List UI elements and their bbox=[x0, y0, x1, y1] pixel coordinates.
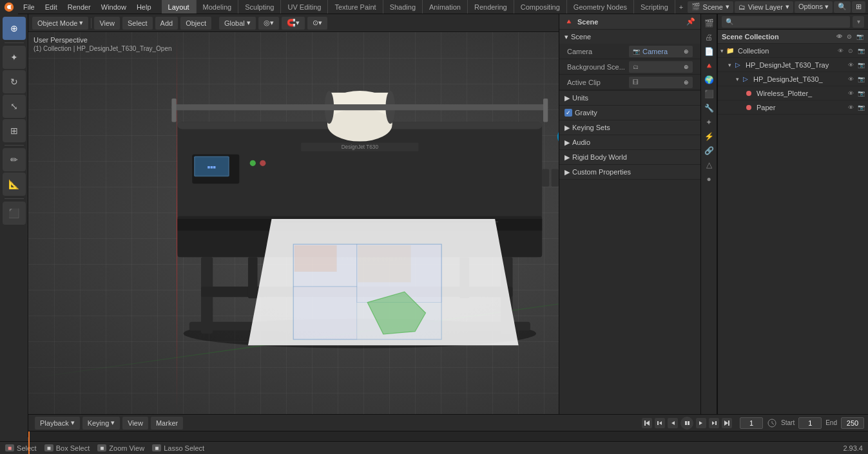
jump-end-btn[interactable] bbox=[722, 418, 732, 428]
cursor-tool[interactable]: ⊕ bbox=[3, 17, 26, 40]
proportional-editing[interactable]: ⊙▾ bbox=[307, 17, 327, 30]
filter-button[interactable]: ⊞ bbox=[852, 1, 865, 13]
menu-edit[interactable]: Edit bbox=[40, 0, 63, 14]
view-layer-props-tab[interactable]: 📄 bbox=[702, 45, 715, 58]
coll-sel[interactable]: ⊙ bbox=[846, 46, 855, 55]
menu-render[interactable]: Render bbox=[63, 0, 96, 14]
constraints-props-tab[interactable]: 🔗 bbox=[702, 144, 715, 157]
outliner-select-btn[interactable]: ⊙ bbox=[845, 32, 854, 41]
tab-layout[interactable]: Layout bbox=[162, 0, 197, 14]
gravity-section-header[interactable]: ✓ Gravity bbox=[559, 106, 700, 120]
pin-button[interactable]: 📌 bbox=[686, 17, 695, 26]
outliner-render-btn[interactable]: 📷 bbox=[855, 32, 864, 41]
units-section-header[interactable]: ▶ Units bbox=[559, 91, 700, 105]
blender-logo[interactable] bbox=[0, 0, 18, 14]
end-frame-input[interactable]: 250 bbox=[841, 417, 864, 429]
add-menu[interactable]: Add bbox=[155, 17, 178, 30]
menu-file[interactable]: File bbox=[18, 0, 40, 14]
outliner-filter[interactable]: ▾ bbox=[853, 16, 864, 28]
view-menu[interactable]: View bbox=[94, 17, 120, 30]
tab-compositing[interactable]: Compositing bbox=[514, 0, 567, 14]
outliner-hp-tray[interactable]: ▾ ▷ HP_DesignJet_T630_Tray 👁 📷 bbox=[718, 58, 868, 72]
select-menu[interactable]: Select bbox=[122, 17, 153, 30]
active-clip-value[interactable]: 🎞 ⊕ bbox=[629, 77, 693, 88]
render-props-tab[interactable]: 🎬 bbox=[702, 17, 715, 30]
tab-shading[interactable]: Shading bbox=[383, 0, 423, 14]
start-frame-input[interactable]: 1 bbox=[798, 417, 822, 429]
keying-sets-header[interactable]: ▶ Keying Sets bbox=[559, 120, 700, 135]
tab-sculpting[interactable]: Sculpting bbox=[238, 0, 281, 14]
annotate-tool[interactable]: ✏ bbox=[3, 148, 26, 171]
menu-window[interactable]: Window bbox=[96, 0, 131, 14]
hp-dj-hide[interactable]: 👁 bbox=[846, 75, 855, 84]
gravity-checkbox[interactable]: ✓ bbox=[564, 109, 572, 117]
object-data-props-tab[interactable]: △ bbox=[702, 158, 715, 171]
object-mode-dropdown[interactable]: Object Mode▾ bbox=[32, 17, 88, 30]
hp-dj-render[interactable]: 📷 bbox=[856, 75, 865, 84]
scale-tool[interactable]: ⤡ bbox=[3, 95, 26, 118]
modifier-props-tab[interactable]: 🔧 bbox=[702, 102, 715, 115]
tab-uv-editing[interactable]: UV Editing bbox=[281, 0, 328, 14]
tab-rendering[interactable]: Rendering bbox=[468, 0, 514, 14]
paper-hide[interactable]: 👁 bbox=[846, 103, 855, 112]
bg-scene-pick[interactable]: ⊕ bbox=[684, 64, 689, 70]
prev-frame-btn[interactable] bbox=[668, 418, 678, 428]
snap-toggle[interactable]: 🧲▾ bbox=[282, 17, 305, 30]
bg-scene-value[interactable]: 🗂 ⊕ bbox=[629, 61, 693, 73]
hp-tray-render[interactable]: 📷 bbox=[856, 61, 865, 70]
keying-dropdown[interactable]: Keying▾ bbox=[82, 417, 121, 430]
add-workspace-button[interactable]: + bbox=[675, 3, 687, 11]
physics-props-tab[interactable]: ⚡ bbox=[702, 130, 715, 143]
measure-tool[interactable]: 📐 bbox=[3, 173, 26, 196]
outliner-paper[interactable]: Paper 👁 📷 bbox=[718, 100, 868, 115]
outliner-hp-designjet[interactable]: ▾ ▷ HP_DesignJet_T630_ 👁 📷 bbox=[718, 72, 868, 86]
rotate-tool[interactable]: ↻ bbox=[3, 70, 26, 93]
play-pause-btn[interactable] bbox=[680, 417, 693, 430]
transform-tool[interactable]: ⊞ bbox=[3, 119, 26, 142]
outliner-search[interactable]: 🔍 bbox=[722, 16, 850, 28]
jump-start-btn[interactable] bbox=[642, 418, 652, 428]
options-button[interactable]: Options ▾ bbox=[795, 1, 833, 13]
scene-section-header[interactable]: ▾ Scene bbox=[559, 30, 700, 44]
menu-help[interactable]: Help bbox=[131, 0, 157, 14]
coll-hide[interactable]: 👁 bbox=[836, 46, 845, 55]
tab-scripting[interactable]: Scripting bbox=[634, 0, 675, 14]
camera-value[interactable]: 📷 Camera ⊕ bbox=[629, 46, 693, 57]
outliner-wireless-plotter[interactable]: Wireless_Plotter_ 👁 📷 bbox=[718, 86, 868, 100]
time-display-toggle[interactable] bbox=[767, 418, 777, 428]
scene-props-tab[interactable]: 🔺 bbox=[702, 59, 715, 72]
add-cube-tool[interactable]: ⬛ bbox=[3, 202, 26, 225]
audio-section-header[interactable]: ▶ Audio bbox=[559, 135, 700, 149]
active-clip-pick[interactable]: ⊕ bbox=[684, 79, 689, 86]
paper-render[interactable]: 📷 bbox=[856, 103, 865, 112]
coll-render[interactable]: 📷 bbox=[856, 46, 865, 55]
plotter-hide[interactable]: 👁 bbox=[846, 89, 855, 98]
particle-props-tab[interactable]: ✦ bbox=[702, 116, 715, 129]
next-frame-btn[interactable] bbox=[696, 418, 706, 428]
tab-texture-paint[interactable]: Texture Paint bbox=[328, 0, 383, 14]
outliner-hide-btn[interactable]: 👁 bbox=[834, 32, 844, 41]
object-props-tab[interactable]: ⬛ bbox=[702, 88, 715, 100]
custom-props-header[interactable]: ▶ Custom Properties bbox=[559, 165, 700, 179]
view-layer-selector[interactable]: 🗂 View Layer ▾ bbox=[735, 1, 793, 13]
rigid-body-header[interactable]: ▶ Rigid Body World bbox=[559, 150, 700, 164]
pivot-point[interactable]: ◎▾ bbox=[258, 17, 279, 30]
marker-dropdown[interactable]: Marker bbox=[151, 417, 183, 430]
tab-animation[interactable]: Animation bbox=[423, 0, 468, 14]
next-keyframe-btn[interactable] bbox=[709, 418, 719, 428]
camera-pick-button[interactable]: ⊕ bbox=[684, 48, 689, 55]
current-frame-input[interactable]: 1 bbox=[740, 417, 763, 429]
plotter-render[interactable]: 📷 bbox=[856, 89, 865, 98]
search-button[interactable]: 🔍 bbox=[834, 1, 851, 13]
world-props-tab[interactable]: 🌍 bbox=[702, 73, 715, 86]
scene-selector[interactable]: 🎬 Scene ▾ bbox=[688, 1, 733, 13]
object-menu[interactable]: Object bbox=[180, 17, 211, 30]
prev-keyframe-btn[interactable] bbox=[655, 418, 665, 428]
playback-dropdown[interactable]: Playback▾ bbox=[35, 417, 80, 430]
transform-dropdown[interactable]: Global▾ bbox=[219, 17, 256, 30]
tab-modeling[interactable]: Modeling bbox=[197, 0, 239, 14]
move-tool[interactable]: ✦ bbox=[3, 46, 26, 69]
outliner-collection[interactable]: ▾ 📁 Collection 👁 ⊙ 📷 bbox=[718, 44, 868, 58]
view-dropdown[interactable]: View bbox=[122, 417, 148, 430]
material-props-tab[interactable]: ● bbox=[702, 173, 715, 185]
